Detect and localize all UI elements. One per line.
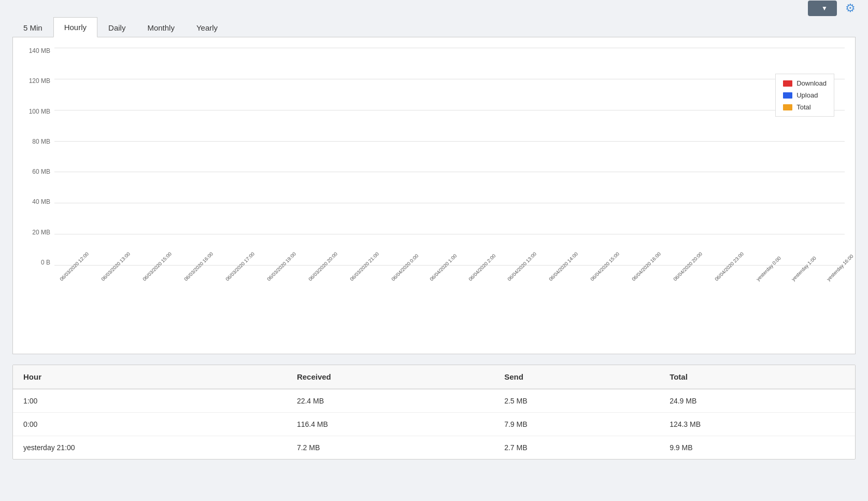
table-cell-received: 7.2 MB bbox=[287, 436, 494, 460]
legend-total-label: Total bbox=[796, 103, 810, 111]
y-axis-label: 120 MB bbox=[23, 78, 50, 84]
table-cell-hour: 1:00 bbox=[13, 389, 287, 413]
table-cell-total: 124.3 MB bbox=[659, 413, 855, 436]
col-received: Received bbox=[287, 365, 494, 389]
y-axis-label: 0 B bbox=[23, 259, 50, 266]
y-axis-label: 20 MB bbox=[23, 229, 50, 235]
legend-download-label: Download bbox=[796, 79, 827, 87]
table-cell-hour: yesterday 21:00 bbox=[13, 436, 287, 460]
y-axis: 0 B20 MB40 MB60 MB80 MB100 MB120 MB140 M… bbox=[23, 48, 54, 266]
col-hour: Hour bbox=[13, 365, 287, 389]
table-body: 1:0022.4 MB2.5 MB24.9 MB0:00116.4 MB7.9 … bbox=[13, 389, 855, 459]
data-table: Hour Received Send Total 1:0022.4 MB2.5 … bbox=[12, 365, 856, 460]
upload-color-swatch bbox=[783, 92, 792, 99]
tab-daily[interactable]: Daily bbox=[97, 17, 136, 37]
download-color-swatch bbox=[783, 80, 792, 87]
total-color-swatch bbox=[783, 104, 792, 110]
table-cell-send: 2.5 MB bbox=[494, 389, 659, 413]
legend-download: Download bbox=[783, 79, 827, 87]
header-actions: ▼ ⚙ bbox=[808, 1, 856, 16]
table-cell-received: 116.4 MB bbox=[287, 413, 494, 436]
table-cell-total: 24.9 MB bbox=[659, 389, 855, 413]
table-cell-send: 2.7 MB bbox=[494, 436, 659, 460]
legend-total: Total bbox=[783, 103, 827, 111]
gear-icon: ⚙ bbox=[845, 2, 856, 15]
table-row: 0:00116.4 MB7.9 MB124.3 MB bbox=[13, 413, 855, 436]
bars-and-grid bbox=[54, 48, 845, 266]
table-row: yesterday 21:007.2 MB2.7 MB9.9 MB bbox=[13, 436, 855, 460]
tabs-row: 5 Min Hourly Daily Monthly Yearly bbox=[12, 17, 856, 37]
interface-selection-button[interactable]: ▼ bbox=[808, 1, 837, 16]
y-axis-label: 140 MB bbox=[23, 48, 50, 54]
table-cell-received: 22.4 MB bbox=[287, 389, 494, 413]
legend-upload-label: Upload bbox=[796, 91, 818, 99]
legend-upload: Upload bbox=[783, 91, 827, 99]
table-header-row: Hour Received Send Total bbox=[13, 365, 855, 389]
bars-container bbox=[54, 48, 845, 266]
tab-monthly[interactable]: Monthly bbox=[136, 17, 186, 37]
table-row: 1:0022.4 MB2.5 MB24.9 MB bbox=[13, 389, 855, 413]
col-total: Total bbox=[659, 365, 855, 389]
tab-yearly[interactable]: Yearly bbox=[186, 17, 229, 37]
tab-5min[interactable]: 5 Min bbox=[12, 17, 53, 37]
y-axis-label: 80 MB bbox=[23, 138, 50, 145]
chart-legend: Download Upload Total bbox=[775, 74, 834, 117]
chart-area: 0 B20 MB40 MB60 MB80 MB100 MB120 MB140 M… bbox=[23, 48, 845, 276]
table-cell-hour: 0:00 bbox=[13, 413, 287, 436]
y-axis-label: 100 MB bbox=[23, 108, 50, 115]
col-send: Send bbox=[494, 365, 659, 389]
y-axis-label: 40 MB bbox=[23, 199, 50, 205]
x-labels-flex: 06/03/2020 12:0006/03/2020 13:0006/03/20… bbox=[54, 276, 845, 323]
table-cell-total: 9.9 MB bbox=[659, 436, 855, 460]
caret-down-icon: ▼ bbox=[821, 5, 828, 12]
y-axis-label: 60 MB bbox=[23, 169, 50, 175]
chart-container: 0 B20 MB40 MB60 MB80 MB100 MB120 MB140 M… bbox=[12, 37, 856, 354]
settings-button[interactable]: ⚙ bbox=[845, 2, 856, 15]
x-axis-labels: 06/03/2020 12:0006/03/2020 13:0006/03/20… bbox=[54, 276, 845, 323]
tab-hourly[interactable]: Hourly bbox=[53, 17, 97, 37]
table-cell-send: 7.9 MB bbox=[494, 413, 659, 436]
